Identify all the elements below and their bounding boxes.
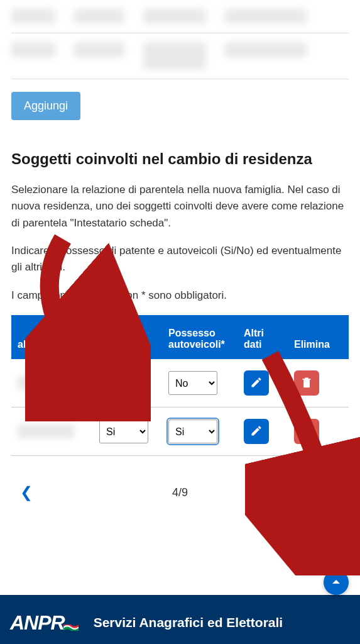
autoveicoli-select[interactable]: Si (168, 419, 217, 443)
chevron-right-icon: ❯ (327, 484, 340, 501)
pagination-text: 4/9 (172, 486, 188, 499)
redacted-value (18, 376, 74, 390)
trash-icon (300, 425, 313, 439)
redacted-value (18, 425, 74, 438)
patente-select[interactable]: Si (99, 371, 148, 395)
chevron-left-icon: ❮ (20, 484, 33, 501)
pagination: ❮ 4/9 ❯ (11, 481, 349, 504)
pencil-icon (250, 376, 263, 391)
next-page-button[interactable]: ❯ (321, 481, 346, 504)
top-data-table (11, 0, 349, 79)
footer: ANPR Servizi Anagrafici ed Elettorali (0, 595, 360, 644)
edit-button[interactable] (244, 370, 269, 396)
edit-button[interactable] (244, 419, 269, 444)
pencil-icon (250, 425, 263, 439)
section-description-3: I campi contrassegnati con * sono obblig… (11, 287, 349, 304)
section-description-2: Indicare il possesso di patente e autove… (11, 243, 349, 276)
delete-button[interactable] (294, 370, 319, 396)
section-description-1: Selezionare la relazione di parentela ne… (11, 182, 349, 231)
flag-icon (63, 625, 79, 631)
scroll-to-top-button[interactable] (324, 570, 349, 595)
table-row: Si No (11, 359, 349, 408)
patente-select[interactable]: Si (99, 419, 148, 443)
delete-button[interactable] (294, 419, 319, 444)
trash-icon (300, 376, 313, 391)
table-row: Si Si (11, 408, 349, 456)
table-header: ale re e* Possesso autoveicoli* Altri da… (11, 315, 349, 359)
prev-page-button[interactable]: ❮ (14, 481, 39, 504)
th-fiscale: ale (11, 326, 93, 359)
footer-logo: ANPR (10, 611, 79, 635)
chevron-up-icon (330, 576, 342, 589)
th-autoveicoli: Possesso autoveicoli* (162, 315, 237, 359)
th-patente: re e* (93, 326, 162, 359)
th-elimina: Elimina (288, 326, 344, 359)
footer-title: Servizi Anagrafici ed Elettorali (94, 614, 283, 630)
add-button[interactable]: Aggiungi (11, 92, 80, 120)
subjects-table: ale re e* Possesso autoveicoli* Altri da… (11, 315, 349, 456)
autoveicoli-select[interactable]: No (168, 371, 217, 395)
th-altri: Altri dati (237, 315, 288, 359)
section-title: Soggetti coinvolti nel cambio di residen… (11, 150, 349, 168)
